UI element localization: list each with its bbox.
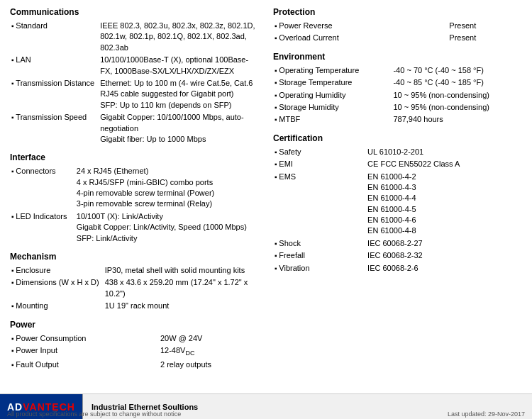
transmission-distance-label: Transmission Distance [10, 77, 99, 111]
table-row: Power Input 12-48VDC [10, 345, 259, 359]
certification-table: Safety UL 61010-2-201 EMI CE FCC EN55022… [273, 146, 522, 274]
mounting-value: 1U 19" rack mount [104, 300, 259, 312]
vibration-label: Vibration [273, 262, 366, 274]
footer: ADVANTECH Industrial Ethernet Soultions … [0, 393, 532, 419]
table-row: EMI CE FCC EN55022 Class A [273, 158, 522, 170]
operating-humidity-label: Operating Humidity [273, 89, 392, 101]
table-row: Mounting 1U 19" rack mount [10, 300, 259, 312]
table-row: Vibration IEC 60068-2-6 [273, 262, 522, 274]
vibration-value: IEC 60068-2-6 [366, 262, 522, 274]
table-row: Storage Temperature -40 ~ 85 °C (-40 ~ 1… [273, 77, 522, 89]
power-input-value: 12-48VDC [159, 345, 259, 359]
protection-title: Protection [273, 7, 522, 17]
transmission-speed-label: Transmission Speed [10, 111, 99, 145]
ems-value: EN 61000-4-2 EN 61000-4-3 EN 61000-4-4 E… [366, 171, 522, 238]
safety-label: Safety [273, 146, 366, 158]
protection-table: Power Reverse Present Overload Current P… [273, 20, 522, 45]
freefall-label: Freefall [273, 250, 366, 262]
power-reverse-value: Present [448, 20, 522, 32]
transmission-speed-value: Gigabit Copper: 10/100/1000 Mbps, auto-n… [99, 111, 259, 145]
communications-table: Standard IEEE 802.3, 802.3u, 802.3x, 802… [10, 20, 259, 145]
mechanism-title: Mechanism [10, 252, 259, 262]
main-content: Communications Standard IEEE 802.3, 802.… [0, 0, 532, 379]
led-indicators-value: 10/100T (X): Link/Activity Gigabit Coppe… [75, 211, 259, 245]
storage-humidity-value: 10 ~ 95% (non-condensing) [392, 101, 522, 113]
table-row: Shock IEC 60068-2-27 [273, 238, 522, 250]
table-row: Standard IEEE 802.3, 802.3u, 802.3x, 802… [10, 20, 259, 54]
table-row: Power Reverse Present [273, 20, 522, 32]
ems-label: EMS [273, 171, 366, 238]
mtbf-value: 787,940 hours [392, 113, 522, 125]
shock-value: IEC 60068-2-27 [366, 238, 522, 250]
enclosure-label: Enclosure [10, 264, 104, 276]
standard-label: Standard [10, 20, 99, 54]
power-consumption-label: Power Consumption [10, 333, 159, 345]
led-indicators-label: LED Indicators [10, 211, 75, 245]
fault-output-value: 2 relay outputs [159, 359, 259, 371]
power-title: Power [10, 320, 259, 330]
connectors-value: 24 x RJ45 (Ethernet) 4 x RJ45/SFP (mini-… [75, 165, 259, 211]
page-wrapper: Communications Standard IEEE 802.3, 802.… [0, 0, 532, 419]
overload-current-label: Overload Current [273, 32, 448, 44]
left-column: Communications Standard IEEE 802.3, 802.… [10, 7, 259, 372]
dimensions-label: Dimensions (W x H x D) [10, 276, 104, 300]
table-row: Operating Humidity 10 ~ 95% (non-condens… [273, 89, 522, 101]
power-reverse-label: Power Reverse [273, 20, 448, 32]
dimensions-value: 438 x 43.6 x 259.20 mm (17.24" x 1.72" x… [104, 276, 259, 300]
interface-title: Interface [10, 152, 259, 162]
certification-title: Certification [273, 133, 522, 143]
operating-humidity-value: 10 ~ 95% (non-condensing) [392, 89, 522, 101]
lan-label: LAN [10, 54, 99, 77]
standard-value: IEEE 802.3, 802.3u, 802.3x, 802.3z, 802.… [99, 20, 259, 54]
safety-value: UL 61010-2-201 [366, 146, 522, 158]
communications-title: Communications [10, 7, 259, 17]
environment-table: Operating Temperature -40 ~ 70 °C (-40 ~… [273, 65, 522, 126]
footer-date: Last updated: 29-Nov-2017 [448, 410, 525, 418]
enclosure-value: IP30, metal shell with solid mounting ki… [104, 264, 259, 276]
emi-value: CE FCC EN55022 Class A [366, 158, 522, 170]
freefall-value: IEC 60068-2-32 [366, 250, 522, 262]
storage-humidity-label: Storage Humidity [273, 101, 392, 113]
lan-value: 10/100/1000Base-T (X), optional 100Base-… [99, 54, 259, 77]
shock-label: Shock [273, 238, 366, 250]
interface-table: Connectors 24 x RJ45 (Ethernet) 4 x RJ45… [10, 165, 259, 245]
table-row: LED Indicators 10/100T (X): Link/Activit… [10, 211, 259, 245]
transmission-distance-value: Ethernet: Up to 100 m (4- wire Cat.5e, C… [99, 77, 259, 111]
power-input-sub: DC [185, 350, 194, 357]
table-row: Storage Humidity 10 ~ 95% (non-condensin… [273, 101, 522, 113]
power-input-label: Power Input [10, 345, 159, 359]
table-row: Fault Output 2 relay outputs [10, 359, 259, 371]
table-row: Overload Current Present [273, 32, 522, 44]
operating-temperature-value: -40 ~ 70 °C (-40 ~ 158 °F) [392, 65, 522, 77]
operating-temperature-label: Operating Temperature [273, 65, 392, 77]
overload-current-value: Present [448, 32, 522, 44]
table-row: Transmission Distance Ethernet: Up to 10… [10, 77, 259, 111]
mtbf-label: MTBF [273, 113, 392, 125]
storage-temperature-value: -40 ~ 85 °C (-40 ~ 185 °F) [392, 77, 522, 89]
footer-notice: All product specifications are subject t… [0, 410, 188, 418]
table-row: Safety UL 61010-2-201 [273, 146, 522, 158]
right-column: Protection Power Reverse Present Overloa… [273, 7, 522, 372]
footer-tagline: Industrial Ethernet Soultions [83, 403, 532, 411]
table-row: Operating Temperature -40 ~ 70 °C (-40 ~… [273, 65, 522, 77]
table-row: Power Consumption 20W @ 24V [10, 333, 259, 345]
table-row: MTBF 787,940 hours [273, 113, 522, 125]
mechanism-table: Enclosure IP30, metal shell with solid m… [10, 264, 259, 313]
table-row: Freefall IEC 60068-2-32 [273, 250, 522, 262]
table-row: Transmission Speed Gigabit Copper: 10/10… [10, 111, 259, 145]
connectors-label: Connectors [10, 165, 75, 211]
emi-label: EMI [273, 158, 366, 170]
power-table: Power Consumption 20W @ 24V Power Input … [10, 333, 259, 371]
table-row: EMS EN 61000-4-2 EN 61000-4-3 EN 61000-4… [273, 171, 522, 238]
table-row: Connectors 24 x RJ45 (Ethernet) 4 x RJ45… [10, 165, 259, 211]
storage-temperature-label: Storage Temperature [273, 77, 392, 89]
table-row: Dimensions (W x H x D) 438 x 43.6 x 259.… [10, 276, 259, 300]
environment-title: Environment [273, 52, 522, 62]
table-row: LAN 10/100/1000Base-T (X), optional 100B… [10, 54, 259, 77]
mounting-label: Mounting [10, 300, 104, 312]
table-row: Enclosure IP30, metal shell with solid m… [10, 264, 259, 276]
fault-output-label: Fault Output [10, 359, 159, 371]
power-consumption-value: 20W @ 24V [159, 333, 259, 345]
